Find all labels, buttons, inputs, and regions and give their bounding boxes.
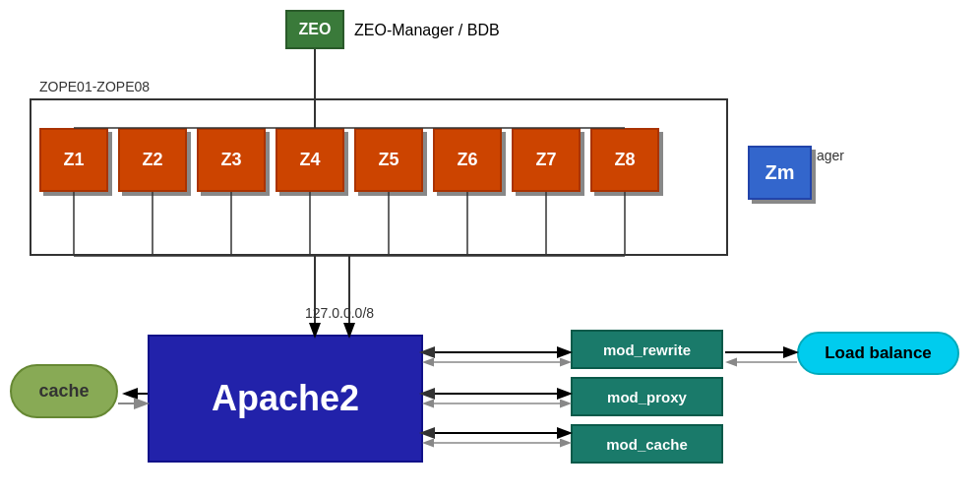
cache-box: cache [10, 364, 118, 418]
zeo-description: ZEO-Manager / BDB [354, 22, 500, 39]
load-balance-box: Load balance [797, 332, 959, 375]
zm-label: Zm [766, 161, 795, 184]
zeo-label: ZEO [299, 21, 332, 38]
zeo-box: ZEO [285, 10, 344, 49]
zm-box: Zm [748, 146, 812, 200]
mod-boxes: mod_rewrite mod_proxy mod_cache [571, 330, 723, 464]
mod-proxy-box: mod_proxy [571, 377, 723, 416]
diagram: ZEO ZEO-Manager / BDB ZOPE01-ZOPE08 Z1 Z… [0, 0, 980, 496]
ip-label: 127.0.0.0/8 [305, 305, 374, 321]
zope-instance-z5: Z5 [354, 128, 423, 192]
mod-cache-box: mod_cache [571, 424, 723, 464]
zope-instance-z2: Z2 [118, 128, 187, 192]
apache-label: Apache2 [212, 378, 359, 419]
zope-instance-z3: Z3 [197, 128, 266, 192]
zope-instance-z1: Z1 [39, 128, 108, 192]
mod-rewrite-box: mod_rewrite [571, 330, 723, 369]
zope-instances: Z1 Z2 Z3 Z4 Z5 Z6 Z7 Z8 [39, 128, 659, 192]
zope-instance-z8: Z8 [590, 128, 659, 192]
zope-group-label: ZOPE01-ZOPE08 [39, 79, 150, 94]
apache-box: Apache2 [148, 335, 423, 463]
zope-instance-z6: Z6 [433, 128, 502, 192]
cache-label: cache [38, 381, 89, 402]
zope-instance-z4: Z4 [276, 128, 344, 192]
load-balance-label: Load balance [825, 343, 932, 363]
zope-instance-z7: Z7 [512, 128, 581, 192]
